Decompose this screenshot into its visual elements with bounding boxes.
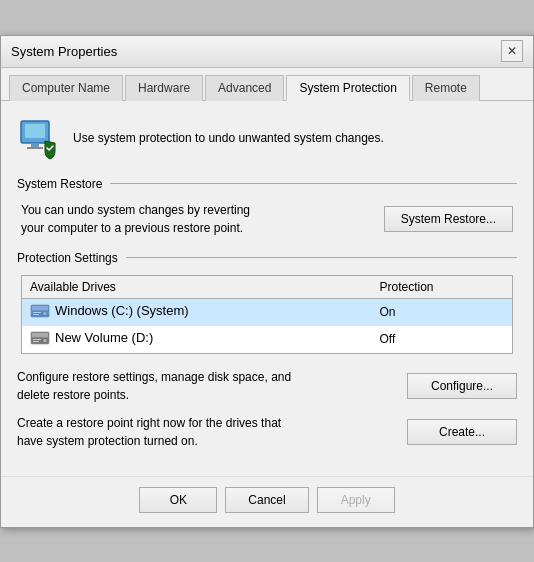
create-description: Create a restore point right now for the… <box>17 414 395 450</box>
system-restore-button[interactable]: System Restore... <box>384 206 513 232</box>
svg-rect-3 <box>27 147 43 149</box>
create-row: Create a restore point right now for the… <box>17 414 517 450</box>
tab-computer-name[interactable]: Computer Name <box>9 75 123 101</box>
protection-settings-section: Protection Settings Available Drives Pro… <box>17 251 517 354</box>
info-row: Use system protection to undo unwanted s… <box>17 117 517 161</box>
dialog-footer: OK Cancel Apply <box>1 476 533 527</box>
svg-rect-14 <box>33 339 41 340</box>
tab-hardware[interactable]: Hardware <box>125 75 203 101</box>
create-button[interactable]: Create... <box>407 419 517 445</box>
apply-button[interactable]: Apply <box>317 487 395 513</box>
svg-point-13 <box>44 339 47 342</box>
tab-content: Use system protection to undo unwanted s… <box>1 101 533 476</box>
protection-settings-body: Available Drives Protection <box>17 275 517 354</box>
svg-rect-1 <box>25 124 45 138</box>
shield-icon <box>17 117 61 161</box>
system-restore-header: System Restore <box>17 177 517 191</box>
table-row[interactable]: New Volume (D:) Off <box>22 326 513 354</box>
drive-icon-c: Windows (C:) (System) <box>30 303 189 319</box>
system-properties-window: System Properties ✕ Computer Name Hardwa… <box>0 35 534 528</box>
drive-name-c: Windows (C:) (System) <box>22 298 372 326</box>
system-restore-body: You can undo system changes by reverting… <box>17 201 517 237</box>
configure-description: Configure restore settings, manage disk … <box>17 368 395 404</box>
tab-advanced[interactable]: Advanced <box>205 75 284 101</box>
svg-point-7 <box>44 312 47 315</box>
ok-button[interactable]: OK <box>139 487 217 513</box>
table-row[interactable]: Windows (C:) (System) On <box>22 298 513 326</box>
tab-system-protection[interactable]: System Protection <box>286 75 409 101</box>
restore-description: You can undo system changes by reverting… <box>21 201 372 237</box>
title-bar: System Properties ✕ <box>1 36 533 68</box>
drive-icon-d: New Volume (D:) <box>30 330 153 346</box>
window-title: System Properties <box>11 44 117 59</box>
close-button[interactable]: ✕ <box>501 40 523 62</box>
svg-rect-15 <box>33 341 39 342</box>
drives-table: Available Drives Protection <box>21 275 513 354</box>
restore-row: You can undo system changes by reverting… <box>21 201 513 237</box>
col-available-drives: Available Drives <box>22 275 372 298</box>
system-restore-section: System Restore You can undo system chang… <box>17 177 517 237</box>
svg-rect-11 <box>32 333 48 337</box>
protection-status-d: Off <box>372 326 513 354</box>
info-text: Use system protection to undo unwanted s… <box>73 130 384 147</box>
configure-button[interactable]: Configure... <box>407 373 517 399</box>
svg-rect-9 <box>33 314 39 315</box>
svg-rect-8 <box>33 312 41 313</box>
protection-settings-header: Protection Settings <box>17 251 517 265</box>
section-divider <box>110 183 517 184</box>
system-restore-label: System Restore <box>17 177 102 191</box>
section-divider-2 <box>126 257 517 258</box>
protection-settings-label: Protection Settings <box>17 251 118 265</box>
svg-rect-5 <box>32 306 48 310</box>
protection-status-c: On <box>372 298 513 326</box>
svg-rect-2 <box>31 143 39 147</box>
tab-bar: Computer Name Hardware Advanced System P… <box>1 68 533 101</box>
drive-name-d: New Volume (D:) <box>22 326 372 354</box>
configure-row: Configure restore settings, manage disk … <box>17 368 517 404</box>
cancel-button[interactable]: Cancel <box>225 487 308 513</box>
tab-remote[interactable]: Remote <box>412 75 480 101</box>
col-protection: Protection <box>372 275 513 298</box>
